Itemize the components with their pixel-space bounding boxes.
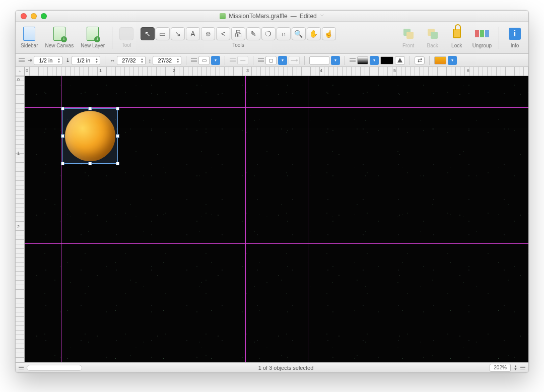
vspace-icon: ⤓ xyxy=(65,57,70,63)
fill-color2-swatch[interactable] xyxy=(434,56,446,64)
canvas-icon: + xyxy=(53,27,65,41)
stroke-style[interactable]: ▭ xyxy=(198,56,210,65)
app-window: MissionToMars.graffle — Edited ﹀ Sidebar… xyxy=(15,10,529,373)
horizontal-ruler[interactable]: 0 1 2 3 4 5 6 xyxy=(25,67,528,76)
hspace-field[interactable]: ▲▼ xyxy=(34,56,62,65)
resize-handle-ne[interactable] xyxy=(116,107,119,110)
new-canvas-button[interactable]: + New Canvas xyxy=(45,27,74,48)
align-lines-icon xyxy=(19,58,25,62)
point-tool[interactable]: ☝ xyxy=(322,27,336,40)
ungroup-button[interactable]: Ungroup xyxy=(472,27,492,48)
grip-icon xyxy=(520,366,525,369)
width-icon: ↔ xyxy=(110,57,115,63)
guide-vertical[interactable] xyxy=(308,76,308,362)
canvas-area: 0 1 2 xyxy=(16,76,528,362)
info-icon: i xyxy=(509,28,521,40)
scroll-thumb[interactable] xyxy=(27,365,82,371)
corner-style[interactable]: ◻ xyxy=(265,56,277,65)
vspace-input[interactable] xyxy=(74,57,94,63)
brush-tool[interactable]: ✎ xyxy=(246,27,260,40)
stroke-dropdown[interactable]: ▾ xyxy=(211,56,220,65)
resize-handle-n[interactable] xyxy=(89,107,92,110)
resize-handle-e[interactable] xyxy=(116,135,119,138)
resize-handle-se[interactable] xyxy=(116,162,119,165)
resize-handle-sw[interactable] xyxy=(61,162,64,165)
new-layer-button[interactable]: + New Layer xyxy=(81,27,105,48)
guide-horizontal[interactable] xyxy=(25,243,528,244)
chevron-down-icon[interactable]: ﹀ xyxy=(320,13,324,19)
ruler-origin[interactable]: + xyxy=(16,67,25,76)
guide-vertical[interactable] xyxy=(245,76,246,362)
swap-colors[interactable]: ⇄ xyxy=(415,56,425,64)
text-tool[interactable]: A xyxy=(186,27,200,40)
resize-handle-w[interactable] xyxy=(61,135,64,138)
stepper-icon[interactable]: ▲▼ xyxy=(176,57,179,63)
stroke-color-swatch[interactable] xyxy=(309,56,329,64)
lines-icon xyxy=(191,58,197,62)
fill-picker[interactable] xyxy=(395,56,405,64)
titlebar: MissionToMars.graffle — Edited ﹀ xyxy=(16,11,528,22)
endcap-style[interactable]: ⟶ xyxy=(289,56,300,65)
hspace-input[interactable] xyxy=(36,57,56,63)
bring-front-button[interactable]: Front xyxy=(400,27,417,48)
style-swatch-icon xyxy=(119,27,133,40)
zoom-tool[interactable]: 🔍 xyxy=(292,27,306,40)
fill-type[interactable] xyxy=(357,56,368,64)
canvas[interactable] xyxy=(25,76,528,362)
vspace-field[interactable]: ▲▼ xyxy=(72,56,100,65)
stepper-icon[interactable]: ▲▼ xyxy=(95,57,98,63)
hand-tool[interactable]: ✋ xyxy=(307,27,321,40)
lock-icon xyxy=(453,29,461,38)
guide-vertical[interactable] xyxy=(61,76,61,362)
height-field[interactable]: ▲▼ xyxy=(153,56,181,65)
separator xyxy=(112,27,112,49)
ruler-row: + 0 1 2 3 4 5 6 xyxy=(16,67,528,76)
height-icon: ↕ xyxy=(149,57,152,63)
stamp-tool[interactable]: ❍ xyxy=(261,27,276,40)
fill-color2-dropdown[interactable]: ▾ xyxy=(448,56,457,65)
window-title[interactable]: MissionToMars.graffle — Edited ﹀ xyxy=(16,13,528,20)
style-tool: Tool xyxy=(119,27,133,48)
lock-button[interactable]: Lock xyxy=(448,27,465,48)
sidebar-toggle[interactable]: Sidebar xyxy=(21,27,38,48)
fill-type-dropdown[interactable]: ▾ xyxy=(370,56,379,65)
line-tool[interactable]: ↘ xyxy=(171,27,185,40)
height-input[interactable] xyxy=(155,57,175,63)
lines-icon xyxy=(258,58,264,62)
stroke-color-dropdown[interactable]: ▾ xyxy=(331,56,340,65)
resize-handle-s[interactable] xyxy=(89,162,92,165)
planet-shape[interactable] xyxy=(65,111,115,161)
tools-group: ↖ ▭ ↘ A ⎊ < 品 ✎ ❍ ∩ 🔍 ✋ ☝ Tools xyxy=(141,27,336,48)
lines-icon xyxy=(350,58,356,62)
send-back-button[interactable]: Back xyxy=(424,27,441,48)
guide-horizontal[interactable] xyxy=(25,107,528,108)
sidebar-icon xyxy=(23,27,35,41)
document-icon xyxy=(220,13,226,19)
width-input[interactable] xyxy=(119,57,139,63)
diagram-tool[interactable]: 品 xyxy=(231,27,245,40)
back-icon xyxy=(428,29,438,39)
width-field[interactable]: ▲▼ xyxy=(117,56,146,65)
vertical-ruler[interactable]: 0 1 2 xyxy=(16,76,25,362)
pages-icon[interactable] xyxy=(19,366,24,369)
stepper-icon[interactable]: ▲▼ xyxy=(57,57,60,63)
fill-color-swatch[interactable] xyxy=(380,56,393,64)
resize-handle-nw[interactable] xyxy=(61,107,64,110)
pen-tool[interactable]: ⎊ xyxy=(201,27,215,40)
zoom-field[interactable]: 202% xyxy=(490,364,511,372)
shape-tool[interactable]: ▭ xyxy=(156,27,170,40)
front-icon xyxy=(403,29,414,39)
stepper-icon[interactable]: ▲▼ xyxy=(141,57,144,63)
filename: MissionToMars.graffle xyxy=(229,13,287,20)
layer-icon: + xyxy=(87,27,99,41)
selection-tool[interactable]: ↖ xyxy=(141,27,155,40)
info-button[interactable]: i Info xyxy=(506,27,523,48)
main-toolbar: Sidebar + New Canvas + New Layer Tool ↖ … xyxy=(16,22,528,54)
line-style[interactable]: — xyxy=(237,56,248,65)
ungroup-icon xyxy=(475,30,489,37)
zoom-stepper[interactable]: ▲▼ xyxy=(514,365,517,371)
lines-icon xyxy=(230,58,236,62)
expand-left-icon[interactable]: < xyxy=(216,27,230,40)
magnet-tool[interactable]: ∩ xyxy=(277,27,291,40)
corner-dropdown[interactable]: ▾ xyxy=(278,56,287,65)
